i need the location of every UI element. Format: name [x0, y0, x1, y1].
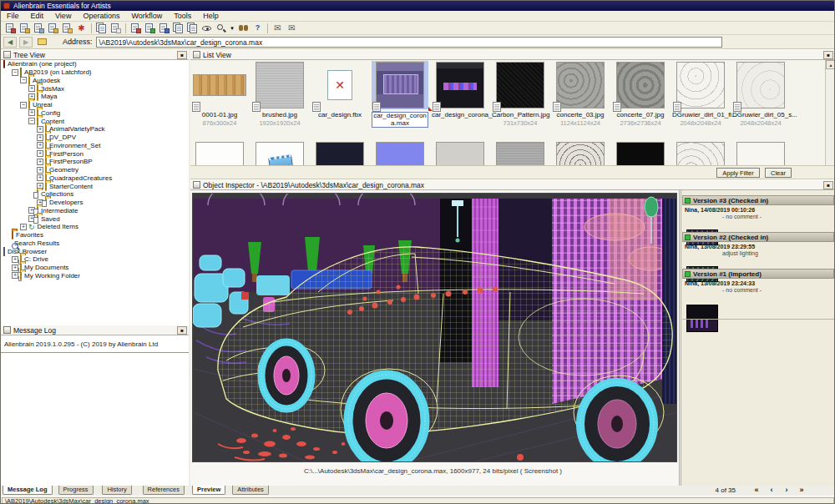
tree-view-menu-button[interactable]: ■ — [177, 51, 187, 59]
menu-item-operations[interactable]: Operations — [77, 12, 125, 20]
file-thumbnail-car-design-corona-[interactable]: car_design_corona_... — [432, 61, 488, 119]
tree-item-environment-set[interactable]: +Environment_Set — [1, 142, 189, 150]
file-thumbnail-dgruwier-dirt-05-s-[interactable]: DGruwier_dirt_05_s...2048x2048x24 — [732, 61, 789, 127]
expand-icon[interactable]: + — [28, 109, 35, 116]
reference-icon[interactable] — [186, 23, 199, 33]
object-inspector-menu-button[interactable]: ■ — [823, 181, 833, 189]
tree-item-deleted-items[interactable]: +↻Deleted Items — [1, 223, 189, 231]
get-icon[interactable] — [61, 23, 73, 33]
tree-item-disk-browser[interactable]: Disk Browser — [1, 247, 189, 255]
tree-item-config[interactable]: +Config — [1, 109, 189, 118]
tree-item-3dsmax[interactable]: +3dsMax — [1, 84, 189, 93]
mail-icon[interactable]: ✉ — [271, 23, 284, 33]
show-icon[interactable] — [200, 23, 213, 33]
expand-icon[interactable]: + — [37, 167, 43, 174]
file-thumbnail-row2-1[interactable] — [191, 141, 248, 165]
clear-filter-button[interactable]: Clear — [765, 168, 792, 178]
tab-progress[interactable]: Progress — [58, 486, 94, 495]
find-icon[interactable] — [237, 23, 250, 33]
help-icon[interactable]: ? — [251, 23, 264, 33]
expand-icon[interactable]: + — [12, 256, 18, 263]
tree-item-developers[interactable]: +Developers — [1, 199, 189, 207]
file-thumbnail-car-design-corona-max[interactable]: car_design_corona.max — [372, 61, 428, 128]
file-thumbnail-row2-4[interactable] — [372, 141, 428, 165]
tree-item-content[interactable]: −Content — [1, 117, 189, 125]
expand-icon[interactable]: + — [28, 85, 35, 92]
expand-icon[interactable]: + — [37, 126, 43, 133]
apply-filter-button[interactable]: Apply Filter — [716, 168, 760, 178]
version-entry-1[interactable]: Version #1 (Imported)Nina, 13/08/2019 23… — [682, 269, 834, 314]
menu-item-file[interactable]: File — [1, 12, 25, 20]
menu-item-workflow[interactable]: Workflow — [125, 12, 168, 20]
file-thumbnail-concerte-07-jpg[interactable]: concerte_07.jpg2736x2736x24 — [612, 61, 669, 127]
tree-item-collections[interactable]: Collections — [1, 190, 189, 199]
file-thumbnail-row2-10[interactable] — [732, 141, 789, 165]
expand-icon[interactable]: + — [12, 272, 18, 279]
menu-item-view[interactable]: View — [49, 12, 77, 20]
file-thumbnail-row2-9[interactable] — [672, 141, 729, 165]
tree-item-startercontent[interactable]: +StarterContent — [1, 182, 189, 190]
version-entry-2[interactable]: Version #2 (Checked in)Nina, 13/08/2019 … — [682, 232, 834, 265]
page-next-icon[interactable]: › — [781, 486, 792, 494]
mail-send-icon[interactable]: ✉ — [286, 23, 298, 33]
copy-icon[interactable] — [95, 23, 108, 33]
expand-icon[interactable]: + — [37, 150, 43, 157]
page-last-icon[interactable]: » — [796, 486, 807, 494]
tab-history[interactable]: History — [102, 486, 131, 495]
tree-item-animalvarietypack[interactable]: +AnimalVarietyPack — [1, 125, 189, 134]
file-thumbnail-dgruwier-dirt-01-fi-[interactable]: DGruwier_dirt_01_fi...2048x2048x24 — [672, 61, 729, 127]
forward-icon[interactable]: ▶ — [19, 37, 33, 48]
tab-attributes[interactable]: Attributes — [232, 486, 269, 495]
list-scrollbar[interactable]: ▲ ▼ — [825, 60, 835, 179]
delete-icon[interactable]: ✱ — [75, 23, 88, 33]
up-folder-icon[interactable] — [38, 38, 47, 45]
open-in-app-icon[interactable] — [158, 23, 170, 33]
tree-item-saved[interactable]: +Saved — [1, 214, 189, 223]
tab-references[interactable]: References — [143, 486, 185, 495]
version-entry-3[interactable]: Version #3 (Checked in)Nina, 14/08/2019 … — [682, 195, 834, 229]
expand-icon[interactable]: + — [37, 142, 43, 149]
page-previous-icon[interactable]: ‹ — [766, 486, 777, 494]
expand-icon[interactable]: + — [37, 174, 43, 181]
file-thumbnail-carbon-pattern-jpg[interactable]: Carbon_Pattern.jpg731x730x24 — [492, 61, 549, 127]
file-thumbnail-0001-01-jpg[interactable]: 0001-01.jpg876x300x24 — [191, 61, 248, 127]
tree-item-my-documents[interactable]: +My Documents — [1, 264, 189, 272]
get-latest-icon[interactable] — [47, 23, 59, 33]
file-thumbnail-row2-3[interactable] — [311, 141, 368, 165]
check-in-icon[interactable] — [18, 23, 31, 33]
undo-check-out-icon[interactable] — [33, 23, 45, 33]
menu-item-help[interactable]: Help — [197, 12, 225, 20]
list-view-menu-button[interactable]: ■ — [823, 51, 833, 59]
tree-item-firstpersonbp[interactable]: +FirstPersonBP — [1, 158, 189, 166]
scroll-up-icon[interactable]: ▲ — [826, 60, 835, 69]
collapse-icon[interactable]: − — [20, 102, 27, 108]
expand-icon[interactable]: + — [37, 134, 43, 141]
zoom-caret-icon[interactable]: ▾ — [229, 23, 235, 33]
expand-icon[interactable]: + — [12, 265, 18, 271]
file-thumbnail-row2-2[interactable] — [251, 141, 308, 165]
tree-item-search-results[interactable]: Search Results — [1, 239, 189, 248]
tree-item-intermediate[interactable]: +Intermediate — [1, 207, 189, 215]
tree-item-c-drive[interactable]: +C: Drive — [1, 255, 189, 264]
address-input[interactable]: \AB2019\Autodesk\3dsMax\car_design_coron… — [96, 37, 722, 48]
zoom-icon[interactable] — [215, 23, 227, 33]
tree-item-quadrapedcreatures[interactable]: +QuadrapedCreatures — [1, 174, 189, 183]
back-icon[interactable]: ◀ — [3, 37, 17, 48]
menu-item-tools[interactable]: Tools — [168, 12, 197, 20]
import-icon[interactable] — [129, 23, 142, 33]
message-log-menu-button[interactable]: ■ — [177, 326, 187, 335]
tree-item-autodesk[interactable]: −Autodesk — [1, 77, 189, 85]
file-thumbnail-car-design-fbx[interactable]: ✕car_design.fbx — [311, 61, 368, 119]
page-first-icon[interactable]: « — [751, 486, 762, 494]
export-icon[interactable] — [144, 23, 156, 33]
file-thumbnail-row2-6[interactable] — [492, 141, 549, 165]
menu-item-edit[interactable]: Edit — [25, 12, 50, 20]
expand-icon[interactable]: + — [37, 159, 43, 165]
paste-icon[interactable] — [109, 23, 122, 33]
duplicate-icon[interactable] — [172, 23, 185, 33]
tree-item-unreal[interactable]: −Unreal — [1, 101, 189, 109]
collapse-icon[interactable]: − — [20, 77, 27, 83]
tree-item-dv-dpv[interactable]: +DV_DPV — [1, 134, 189, 142]
file-thumbnail-row2-8[interactable] — [612, 141, 669, 165]
collapse-icon[interactable]: − — [12, 69, 18, 76]
